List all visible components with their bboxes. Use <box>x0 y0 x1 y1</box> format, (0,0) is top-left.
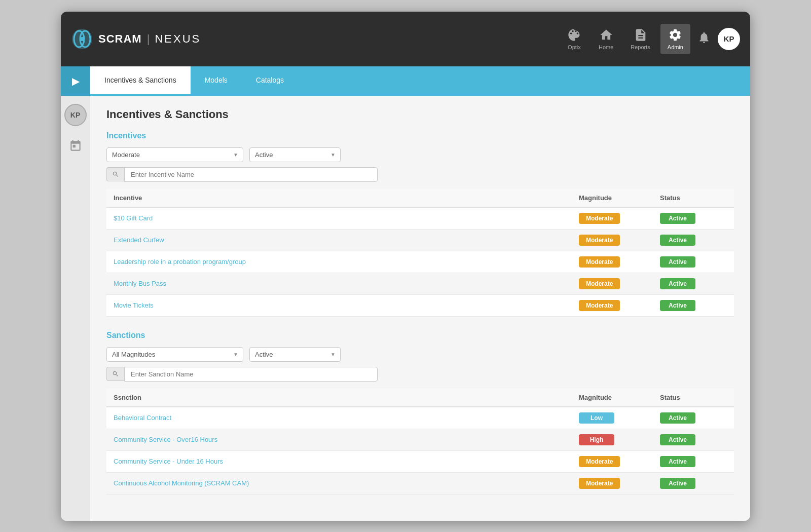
incentive-name-link[interactable]: Movie Tickets <box>114 301 154 309</box>
home-icon <box>599 28 613 42</box>
incentive-magnitude-badge: Moderate <box>579 300 620 311</box>
incentive-magnitude-badge: Moderate <box>579 256 620 268</box>
palette-icon <box>567 28 581 42</box>
nav-item-optix[interactable]: Optix <box>560 24 588 54</box>
sanctions-filters: All Magnitudes Low Moderate High Active … <box>106 347 734 362</box>
sanction-status-badge: Active <box>660 434 695 445</box>
incentives-magnitude-select[interactable]: All Magnitudes Moderate Low High <box>106 147 243 162</box>
incentive-name-link[interactable]: $10 Gift Card <box>114 214 153 222</box>
content-area: Incentives & Sanctions Incentives All Ma… <box>90 96 750 521</box>
sanction-name-link[interactable]: Behavioral Contract <box>114 414 171 422</box>
incentive-magnitude-badge: Moderate <box>579 235 620 246</box>
incentive-magnitude-badge: Moderate <box>579 278 620 289</box>
sidebar-avatar: KP <box>64 104 87 126</box>
incentives-status-select[interactable]: Active Inactive All <box>249 147 341 162</box>
sanction-row: Community Service - Under 16 Hours Moder… <box>106 450 734 472</box>
optix-label: Optix <box>568 44 581 50</box>
sanction-col-header: Ssnction <box>106 389 572 407</box>
page-title: Incentives & Sanctions <box>106 108 734 121</box>
incentive-status-badge: Active <box>660 235 695 246</box>
sanctions-status-select[interactable]: Active Inactive All <box>249 347 341 362</box>
sanctions-title: Sanctions <box>106 331 734 340</box>
logo-nexus: NEXUS <box>155 32 201 46</box>
incentive-col-header: Incentive <box>106 189 572 207</box>
nav-item-admin[interactable]: Admin <box>660 24 690 54</box>
sanction-magnitude-badge: Moderate <box>579 456 620 467</box>
sanctions-section: Sanctions All Magnitudes Low Moderate Hi… <box>106 331 734 495</box>
admin-label: Admin <box>668 44 683 50</box>
app-window: SCRAM | NEXUS Optix Home <box>61 12 750 521</box>
main-layout: KP Incentives & Sanctions Incentives All… <box>61 96 750 521</box>
svg-point-3 <box>80 37 84 41</box>
incentives-magnitude-filter-wrapper: All Magnitudes Moderate Low High <box>106 147 243 162</box>
reports-label: Reports <box>631 44 650 50</box>
incentive-status-badge: Active <box>660 278 695 289</box>
sidebar: KP <box>61 96 90 521</box>
incentive-status-badge: Active <box>660 300 695 311</box>
sanctions-search-row <box>106 367 734 382</box>
sanction-magnitude-badge: High <box>579 434 614 445</box>
incentive-name-link[interactable]: Extended Curfew <box>114 236 164 244</box>
incentives-title: Incentives <box>106 131 734 140</box>
sanctions-status-filter-wrapper: Active Inactive All <box>249 347 341 362</box>
sanction-magnitude-badge: Low <box>579 412 614 424</box>
sanction-name-link[interactable]: Continuous Alcohol Monitoring (SCRAM CAM… <box>114 479 249 487</box>
sanction-row: Behavioral Contract Low Active <box>106 407 734 429</box>
sanction-magnitude-col-header: Magnitude <box>572 389 653 407</box>
notification-bell[interactable] <box>693 27 715 51</box>
sanction-row: Continuous Alcohol Monitoring (SCRAM CAM… <box>106 472 734 494</box>
sanctions-search-input[interactable] <box>124 367 378 382</box>
sanctions-search-icon <box>106 367 124 381</box>
logo-scram: SCRAM <box>98 32 142 46</box>
sidebar-toggle[interactable]: ▶ <box>61 66 90 96</box>
sanction-magnitude-badge: Moderate <box>579 478 620 489</box>
incentives-filters: All Magnitudes Moderate Low High Active … <box>106 147 734 162</box>
scram-logo-icon <box>71 28 93 50</box>
tab-models[interactable]: Models <box>191 66 242 96</box>
incentives-search-icon <box>106 167 124 181</box>
incentive-name-link[interactable]: Leadership role in a probation program/g… <box>114 258 246 265</box>
sanction-status-badge: Active <box>660 478 695 489</box>
incentive-magnitude-col-header: Magnitude <box>572 189 653 207</box>
sanction-name-link[interactable]: Community Service - Over16 Hours <box>114 436 217 443</box>
sanction-status-col-header: Status <box>653 389 734 407</box>
logo-area: SCRAM | NEXUS <box>71 28 201 50</box>
calendar-icon[interactable] <box>65 135 86 160</box>
nav-item-reports[interactable]: Reports <box>623 24 657 54</box>
incentive-status-badge: Active <box>660 213 695 224</box>
sanctions-magnitude-filter-wrapper: All Magnitudes Low Moderate High <box>106 347 243 362</box>
incentives-status-filter-wrapper: Active Inactive All <box>249 147 341 162</box>
incentive-magnitude-badge: Moderate <box>579 213 620 224</box>
incentive-row: Monthly Bus Pass Moderate Active <box>106 273 734 294</box>
logo-divider: | <box>147 32 150 46</box>
tab-incentives-sanctions[interactable]: Incentives & Sanctions <box>90 66 191 96</box>
incentive-row: $10 Gift Card Moderate Active <box>106 207 734 230</box>
incentives-search-input[interactable] <box>124 167 378 182</box>
incentive-status-badge: Active <box>660 256 695 268</box>
bell-icon <box>697 31 711 44</box>
reports-icon <box>634 28 648 42</box>
user-avatar[interactable]: KP <box>718 28 740 50</box>
sanctions-magnitude-select[interactable]: All Magnitudes Low Moderate High <box>106 347 243 362</box>
nav-item-home[interactable]: Home <box>592 24 620 54</box>
gear-icon <box>668 28 682 42</box>
incentive-row: Extended Curfew Moderate Active <box>106 229 734 251</box>
sanction-row: Community Service - Over16 Hours High Ac… <box>106 429 734 450</box>
incentives-search-row <box>106 167 734 182</box>
sanction-status-badge: Active <box>660 412 695 424</box>
home-label: Home <box>599 44 613 50</box>
incentive-row: Movie Tickets Moderate Active <box>106 294 734 316</box>
tab-catalogs[interactable]: Catalogs <box>242 66 298 96</box>
incentives-section: Incentives All Magnitudes Moderate Low H… <box>106 131 734 317</box>
incentive-name-link[interactable]: Monthly Bus Pass <box>114 280 166 287</box>
sanction-name-link[interactable]: Community Service - Under 16 Hours <box>114 458 223 465</box>
sanctions-table: Ssnction Magnitude Status Behavioral Con… <box>106 389 734 495</box>
secondary-nav: ▶ Incentives & Sanctions Models Catalogs <box>61 66 750 96</box>
incentive-status-col-header: Status <box>653 189 734 207</box>
nav-icons: Optix Home Reports Admin <box>560 24 740 54</box>
top-nav: SCRAM | NEXUS Optix Home <box>61 12 750 66</box>
incentive-row: Leadership role in a probation program/g… <box>106 251 734 273</box>
incentives-table: Incentive Magnitude Status $10 Gift Card… <box>106 189 734 317</box>
sanction-status-badge: Active <box>660 456 695 467</box>
